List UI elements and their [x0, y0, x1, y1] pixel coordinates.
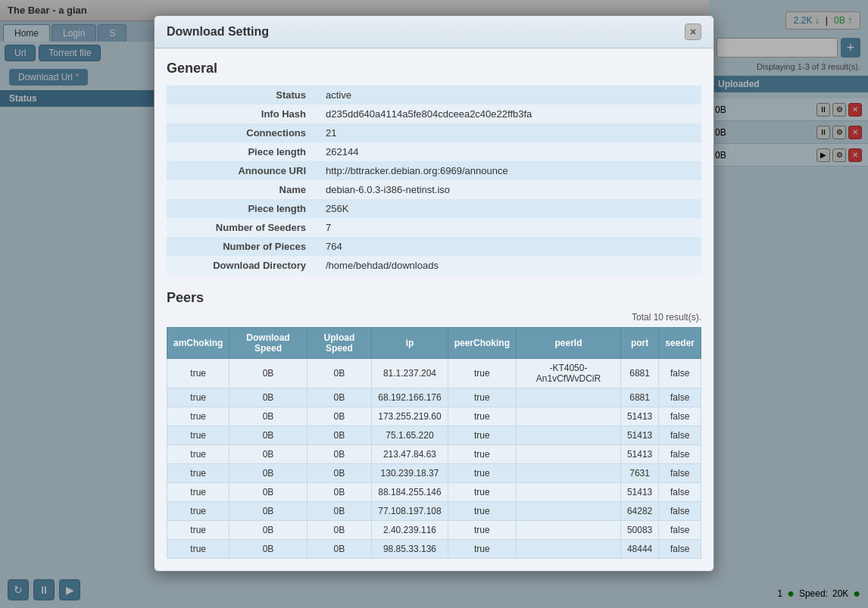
- info-value: http://bttracker.debian.org:6969/announc…: [318, 161, 701, 180]
- peers-cell: 2.40.239.116: [372, 521, 448, 540]
- peers-cell: [517, 502, 621, 521]
- info-label: Piece length: [167, 142, 318, 161]
- peers-column-header: peerChoking: [448, 328, 516, 359]
- peers-table: amChokingDownload SpeedUpload Speedippee…: [167, 327, 701, 559]
- peers-section-title: Peers: [167, 290, 701, 306]
- general-section-title: General: [167, 61, 701, 76]
- peers-cell: 213.47.84.63: [372, 445, 448, 464]
- modal-close-button[interactable]: ×: [685, 23, 701, 40]
- peers-cell: 0B: [307, 483, 372, 502]
- peers-cell: 51413: [620, 483, 658, 502]
- info-label: Piece length: [167, 199, 318, 218]
- peers-cell: 0B: [229, 521, 307, 540]
- peers-cell: 0B: [307, 445, 372, 464]
- info-label: Info Hash: [167, 104, 318, 123]
- peers-count: Total 10 result(s).: [167, 312, 701, 323]
- peers-cell: true: [167, 521, 229, 540]
- info-value: d235dd640a4114a5fe804cdceea2c40e22ffb3fa: [318, 104, 701, 123]
- peers-cell: true: [167, 407, 229, 426]
- peers-column-header: Upload Speed: [307, 328, 372, 359]
- peers-cell: 0B: [307, 521, 372, 540]
- info-row: Piece length262144: [167, 142, 701, 161]
- peers-cell: 51413: [620, 407, 658, 426]
- peers-cell: 64282: [620, 502, 658, 521]
- peers-cell: 0B: [307, 464, 372, 483]
- peers-cell: 50083: [620, 521, 658, 540]
- peers-cell: true: [167, 540, 229, 559]
- peers-column-header: ip: [372, 328, 448, 359]
- peers-cell: [517, 426, 621, 445]
- peers-row: true0B0B75.1.65.220true51413false: [167, 426, 701, 445]
- info-row: Connections21: [167, 123, 701, 142]
- info-label: Announce URI: [167, 161, 318, 180]
- info-row: Number of Seeders7: [167, 218, 701, 237]
- peers-cell: false: [659, 388, 701, 407]
- peers-cell: 88.184.255.146: [372, 483, 448, 502]
- peers-cell: true: [448, 502, 516, 521]
- download-setting-modal: Download Setting × General StatusactiveI…: [154, 15, 714, 572]
- peers-cell: 0B: [307, 540, 372, 559]
- info-row: Piece length256K: [167, 199, 701, 218]
- peers-cell: true: [448, 426, 516, 445]
- peers-row: true0B0B2.40.239.116true50083false: [167, 521, 701, 540]
- peers-cell: true: [448, 540, 516, 559]
- peers-cell: 173.255.219.60: [372, 407, 448, 426]
- info-row: Number of Pieces764: [167, 237, 701, 256]
- peers-cell: [517, 483, 621, 502]
- peers-cell: true: [448, 388, 516, 407]
- peers-cell: 0B: [229, 502, 307, 521]
- peers-row: true0B0B213.47.84.63true51413false: [167, 445, 701, 464]
- peers-cell: 0B: [229, 407, 307, 426]
- peers-column-header: Download Speed: [229, 328, 307, 359]
- peers-cell: false: [659, 483, 701, 502]
- peers-cell: true: [448, 483, 516, 502]
- modal-title: Download Setting: [167, 25, 269, 39]
- peers-column-header: amChoking: [167, 328, 229, 359]
- info-label: Name: [167, 180, 318, 199]
- peers-cell: false: [659, 464, 701, 483]
- modal-overlay: Download Setting × General StatusactiveI…: [0, 0, 868, 608]
- peers-row: true0B0B81.1.237.204true-KT4050-An1vCfWv…: [167, 359, 701, 388]
- peers-row: true0B0B98.85.33.136true48444false: [167, 540, 701, 559]
- peers-cell: true: [167, 426, 229, 445]
- peers-cell: true: [167, 464, 229, 483]
- info-label: Download Directory: [167, 256, 318, 275]
- peers-column-header: seeder: [659, 328, 701, 359]
- info-value: 262144: [318, 142, 701, 161]
- peers-cell: 0B: [229, 464, 307, 483]
- modal-header: Download Setting ×: [155, 16, 713, 48]
- peers-cell: false: [659, 540, 701, 559]
- info-label: Number of Pieces: [167, 237, 318, 256]
- peers-cell: 0B: [229, 483, 307, 502]
- peers-cell: true: [448, 521, 516, 540]
- peers-cell: [517, 407, 621, 426]
- info-value: /home/behdad/downloads: [318, 256, 701, 275]
- peers-cell: 0B: [229, 445, 307, 464]
- info-value: 256K: [318, 199, 701, 218]
- peers-cell: 0B: [307, 426, 372, 445]
- peers-cell: [517, 445, 621, 464]
- peers-row: true0B0B130.239.18.37true7631false: [167, 464, 701, 483]
- peers-cell: 6881: [620, 388, 658, 407]
- peers-cell: true: [167, 502, 229, 521]
- info-row: Statusactive: [167, 86, 701, 104]
- info-label: Number of Seeders: [167, 218, 318, 237]
- peers-cell: false: [659, 445, 701, 464]
- peers-cell: false: [659, 502, 701, 521]
- peers-cell: [517, 521, 621, 540]
- peers-cell: 75.1.65.220: [372, 426, 448, 445]
- peers-cell: 0B: [229, 426, 307, 445]
- peers-cell: 81.1.237.204: [372, 359, 448, 388]
- peers-cell: 0B: [307, 359, 372, 388]
- info-value: 764: [318, 237, 701, 256]
- info-value: debian-6.0.3-i386-netinst.iso: [318, 180, 701, 199]
- peers-cell: false: [659, 407, 701, 426]
- info-table: StatusactiveInfo Hashd235dd640a4114a5fe8…: [167, 86, 701, 275]
- peers-column-header: port: [620, 328, 658, 359]
- info-row: Namedebian-6.0.3-i386-netinst.iso: [167, 180, 701, 199]
- peers-cell: 7631: [620, 464, 658, 483]
- peers-column-header: peerId: [517, 328, 621, 359]
- info-row: Info Hashd235dd640a4114a5fe804cdceea2c40…: [167, 104, 701, 123]
- peers-cell: -KT4050-An1vCfWvDCiR: [517, 359, 621, 388]
- modal-body[interactable]: General StatusactiveInfo Hashd235dd640a4…: [155, 48, 713, 571]
